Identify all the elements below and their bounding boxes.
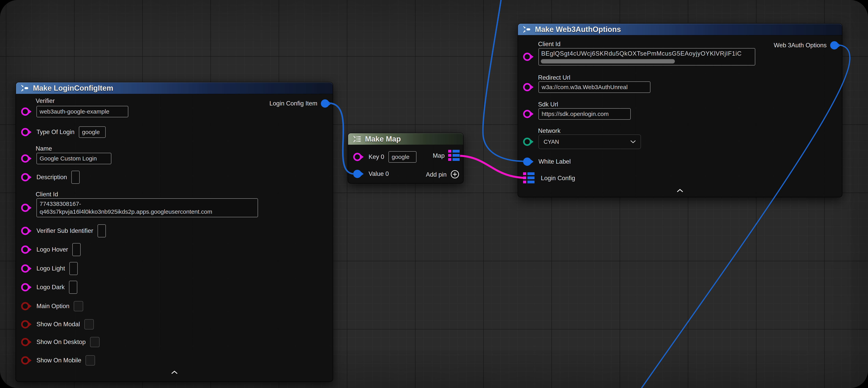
blueprint-graph-canvas[interactable]: Make LoginConfigItem Login Config Item V… xyxy=(0,0,868,388)
wire-loginconfigitem-to-value0[interactable] xyxy=(329,103,354,174)
wire-top-to-whitelabel[interactable] xyxy=(483,0,523,161)
wire-layer xyxy=(0,0,868,388)
wire-web3authoptions-output[interactable] xyxy=(642,45,850,388)
wire-map-to-loginconfig[interactable] xyxy=(460,156,523,178)
